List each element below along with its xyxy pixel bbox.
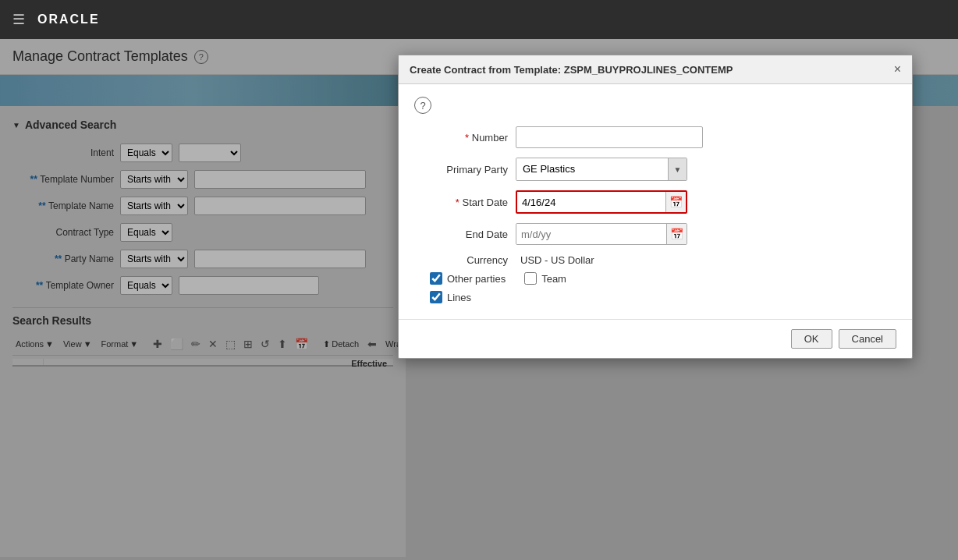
end-date-input[interactable] — [516, 224, 666, 244]
end-date-label: End Date — [430, 229, 508, 240]
hamburger-icon[interactable]: ☰ — [12, 11, 25, 28]
number-required-star: * — [465, 132, 472, 144]
cancel-button[interactable]: Cancel — [839, 329, 896, 349]
start-date-input[interactable] — [517, 192, 665, 212]
ok-button[interactable]: OK — [791, 329, 832, 349]
lines-label: Lines — [447, 292, 471, 303]
end-date-calendar-icon[interactable]: 📅 — [666, 224, 687, 244]
checkboxes-row: Other parties Team — [430, 272, 896, 285]
team-checkbox[interactable] — [524, 272, 537, 285]
start-date-calendar-icon[interactable]: 📅 — [665, 192, 686, 212]
primary-party-row: Primary Party GE Plastics ▼ — [430, 158, 896, 181]
start-date-label: * Start Date — [430, 197, 508, 208]
lines-checkbox[interactable] — [430, 291, 442, 303]
end-date-wrapper: 📅 — [516, 223, 687, 245]
currency-label: Currency — [430, 254, 508, 266]
currency-value: USD - US Dollar — [516, 254, 599, 266]
number-input[interactable] — [516, 126, 703, 148]
modal-body: ? * Number Primary Party GE Plastics — [399, 84, 912, 319]
modal-footer: OK Cancel — [399, 319, 912, 358]
lines-row: Lines — [430, 291, 896, 303]
number-row: * Number — [430, 126, 896, 148]
start-date-row: * Start Date 📅 — [430, 190, 896, 214]
team-label: Team — [541, 273, 566, 285]
number-label: * Number — [430, 132, 508, 144]
primary-party-select-wrapper[interactable]: GE Plastics ▼ — [516, 158, 687, 181]
primary-party-value: GE Plastics — [516, 158, 668, 180]
top-bar: ☰ ORACLE — [0, 0, 958, 39]
create-contract-modal: Create Contract from Template: ZSPM_BUYP… — [398, 55, 913, 359]
modal-help-area: ? — [414, 97, 896, 114]
primary-party-label: Primary Party — [430, 164, 508, 175]
lines-checkbox-item: Lines — [430, 291, 471, 303]
modal-header: Create Contract from Template: ZSPM_BUYP… — [399, 55, 912, 84]
team-checkbox-item: Team — [524, 272, 566, 285]
modal-help-icon[interactable]: ? — [414, 97, 431, 114]
currency-row: Currency USD - US Dollar — [430, 254, 896, 266]
other-parties-checkbox[interactable] — [430, 272, 442, 285]
other-parties-label: Other parties — [447, 273, 506, 285]
primary-party-dropdown-arrow[interactable]: ▼ — [668, 158, 687, 180]
other-parties-checkbox-item: Other parties — [430, 272, 506, 285]
end-date-row: End Date 📅 — [430, 223, 896, 245]
page-background: Manage Contract Templates ? ▼ Advanced S… — [0, 39, 958, 560]
modal-close-button[interactable]: × — [894, 63, 901, 76]
oracle-logo: ORACLE — [37, 12, 100, 27]
start-date-wrapper: 📅 — [516, 190, 687, 214]
modal-form: * Number Primary Party GE Plastics ▼ — [430, 126, 896, 266]
modal-title: Create Contract from Template: ZSPM_BUYP… — [410, 64, 733, 76]
